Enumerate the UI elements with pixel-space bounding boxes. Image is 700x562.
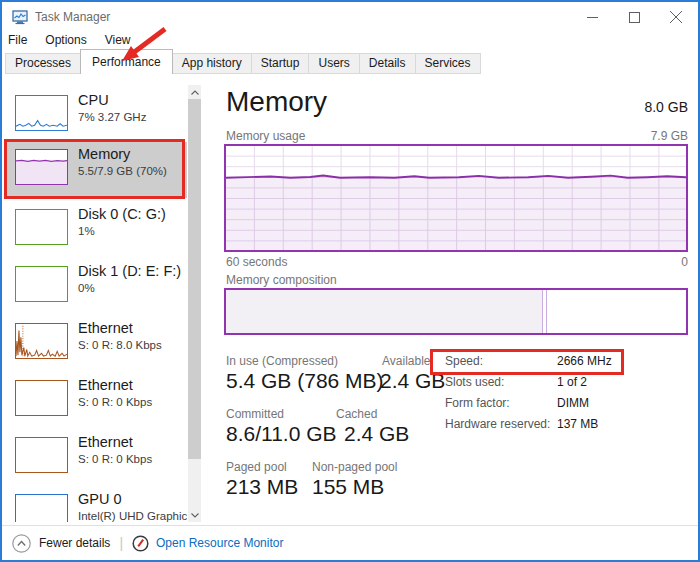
sidebar-item-gpu0[interactable]: GPU 0 Intel(R) UHD Graphic xyxy=(5,491,187,522)
available-value: 2.4 GB xyxy=(380,369,445,393)
scroll-down-icon[interactable] xyxy=(188,508,201,522)
cached-value: 2.4 GB xyxy=(344,422,409,446)
cached-label: Cached xyxy=(336,407,377,421)
sidebar-disk0-detail: 1% xyxy=(78,225,95,237)
sidebar-item-ethernet3[interactable]: Ethernet S: 0 R: 0 Kbps xyxy=(5,434,187,491)
speed-label: Speed: xyxy=(445,354,483,368)
task-manager-app-icon xyxy=(12,9,28,25)
sidebar-scrollbar[interactable] xyxy=(188,85,201,522)
disk1-thumbnail-graph xyxy=(15,266,68,302)
sidebar-memory-label: Memory xyxy=(78,146,130,162)
memory-usage-graph xyxy=(224,144,688,252)
tab-startup[interactable]: Startup xyxy=(251,53,310,74)
sidebar-ethernet3-detail: S: 0 R: 0 Kbps xyxy=(78,453,152,465)
minimize-button[interactable] xyxy=(575,2,609,32)
paged-pool-value: 213 MB xyxy=(226,475,298,499)
sidebar-gpu0-detail: Intel(R) UHD Graphic xyxy=(78,510,187,522)
ethernet3-thumbnail-graph xyxy=(15,437,68,473)
form-factor-value: DIMM xyxy=(557,396,589,410)
sidebar-gpu0-label: GPU 0 xyxy=(78,491,122,507)
ethernet1-thumbnail-graph xyxy=(15,323,68,359)
speed-value: 2666 MHz xyxy=(557,354,612,368)
in-use-value: 5.4 GB (786 MB) xyxy=(226,369,384,393)
footer-divider xyxy=(2,525,698,526)
hardware-reserved-label: Hardware reserved: xyxy=(445,417,550,431)
sidebar-item-ethernet2[interactable]: Ethernet S: 0 R: 0 Kbps xyxy=(5,377,187,434)
total-memory-value: 8.0 GB xyxy=(488,99,688,115)
cpu-thumbnail-graph xyxy=(15,95,68,131)
sidebar-ethernet3-label: Ethernet xyxy=(78,434,133,450)
sidebar-ethernet2-label: Ethernet xyxy=(78,377,133,393)
scroll-up-icon[interactable] xyxy=(188,85,201,99)
tab-performance[interactable]: Performance xyxy=(80,49,173,74)
graph-zero-label: 0 xyxy=(488,255,688,269)
sidebar-item-disk1[interactable]: Disk 1 (D: E: F:) 0% xyxy=(5,263,187,320)
footer-bar: Fewer details | Open Resource Monitor xyxy=(12,531,283,555)
tab-users[interactable]: Users xyxy=(308,53,359,74)
close-button[interactable] xyxy=(659,2,693,32)
sidebar-ethernet2-detail: S: 0 R: 0 Kbps xyxy=(78,396,152,408)
memory-composition-label: Memory composition xyxy=(226,273,337,287)
sidebar-item-disk0[interactable]: Disk 0 (C: G:) 1% xyxy=(5,206,187,263)
committed-label: Committed xyxy=(226,407,284,421)
tab-app-history[interactable]: App history xyxy=(172,53,252,74)
fewer-details-label: Fewer details xyxy=(39,536,110,550)
sidebar-disk0-label: Disk 0 (C: G:) xyxy=(78,206,166,222)
disk0-thumbnail-graph xyxy=(15,209,68,245)
sidebar-ethernet1-detail: S: 0 R: 8.0 Kbps xyxy=(78,339,162,351)
panel-title: Memory xyxy=(226,86,327,118)
sidebar-memory-detail: 5.5/7.9 GB (70%) xyxy=(78,165,167,177)
sidebar-item-ethernet1[interactable]: Ethernet S: 0 R: 8.0 Kbps xyxy=(5,320,187,377)
tab-processes[interactable]: Processes xyxy=(5,53,81,74)
window-title: Task Manager xyxy=(35,10,110,24)
memory-usage-curve xyxy=(226,146,686,250)
chevron-up-circle-icon xyxy=(12,534,31,553)
slots-used-value: 1 of 2 xyxy=(557,375,587,389)
memory-composition-bar xyxy=(224,288,688,335)
open-resource-monitor-link[interactable]: Open Resource Monitor xyxy=(132,535,283,552)
gpu0-thumbnail-graph xyxy=(15,494,68,522)
footer-separator: | xyxy=(119,535,123,551)
close-icon xyxy=(670,11,682,23)
composition-divider xyxy=(546,290,547,333)
hardware-reserved-value: 137 MB xyxy=(557,417,598,431)
tab-services[interactable]: Services xyxy=(415,53,481,74)
sidebar-disk1-detail: 0% xyxy=(78,282,95,294)
memory-thumbnail-graph xyxy=(15,149,68,185)
title-bar: Task Manager xyxy=(2,2,698,32)
nonpaged-pool-value: 155 MB xyxy=(312,475,384,499)
sidebar-cpu-label: CPU xyxy=(78,92,109,108)
nonpaged-pool-label: Non-paged pool xyxy=(312,460,397,474)
sidebar-ethernet1-label: Ethernet xyxy=(78,320,133,336)
sidebar-disk1-label: Disk 1 (D: E: F:) xyxy=(78,263,181,279)
menu-file[interactable]: File xyxy=(8,33,27,51)
tab-details[interactable]: Details xyxy=(359,53,416,74)
resource-monitor-gauge-icon xyxy=(132,535,149,552)
scrollbar-thumb[interactable] xyxy=(188,99,201,459)
in-use-label: In use (Compressed) xyxy=(226,354,338,368)
sidebar-item-memory[interactable]: Memory 5.5/7.9 GB (70%) xyxy=(5,142,187,198)
maximize-button[interactable] xyxy=(617,2,651,32)
fewer-details-button[interactable]: Fewer details xyxy=(12,534,110,553)
maximize-icon xyxy=(629,12,640,23)
ethernet2-thumbnail-graph xyxy=(15,380,68,416)
form-factor-label: Form factor: xyxy=(445,396,510,410)
graph-time-label: 60 seconds xyxy=(226,255,287,269)
open-resource-monitor-label: Open Resource Monitor xyxy=(156,536,283,550)
memory-usage-label: Memory usage xyxy=(226,129,305,143)
slots-used-label: Slots used: xyxy=(445,375,504,389)
memory-usage-max: 7.9 GB xyxy=(488,129,688,143)
sidebar-cpu-detail: 7% 3.27 GHz xyxy=(78,111,146,123)
composition-in-use-segment xyxy=(226,290,543,333)
minimize-icon xyxy=(587,12,598,23)
sidebar-item-cpu[interactable]: CPU 7% 3.27 GHz xyxy=(5,92,187,149)
paged-pool-label: Paged pool xyxy=(226,460,287,474)
tab-strip: Processes Performance App history Startu… xyxy=(5,54,480,74)
committed-value: 8.6/11.0 GB xyxy=(226,422,337,446)
available-label: Available xyxy=(382,354,430,368)
